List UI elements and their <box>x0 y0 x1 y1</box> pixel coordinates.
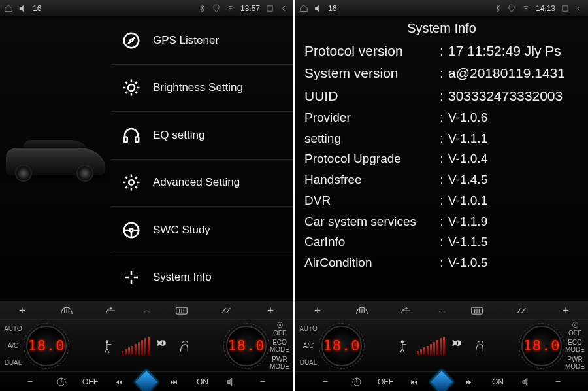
info-key: Protocol Upgrade <box>304 151 435 167</box>
info-value: V-1.1.5 <box>448 234 579 250</box>
temp-up-left[interactable]: ＋ <box>305 303 330 318</box>
temp-dial-left[interactable]: 18.0 <box>321 326 362 366</box>
bluetooth-icon <box>197 4 206 13</box>
info-row: Protocol version:17 11:52:49 Jly Ps <box>304 40 579 62</box>
vent-person-icon[interactable] <box>395 337 413 355</box>
home-icon[interactable] <box>4 4 13 13</box>
volume-icon[interactable] <box>18 4 27 13</box>
system-info-list[interactable]: Protocol version:17 11:52:49 Jly PsSyste… <box>295 39 588 301</box>
bluetooth-icon <box>493 4 502 13</box>
airflow-icon[interactable] <box>509 303 534 318</box>
menu-label: SWC Study <box>153 224 210 237</box>
temp-up-left[interactable]: ＋ <box>10 303 35 318</box>
info-colon: : <box>435 110 448 126</box>
info-key: CarInfo <box>304 234 435 250</box>
svg-point-1 <box>124 33 139 48</box>
home-icon[interactable] <box>299 4 308 13</box>
info-colon: : <box>435 234 448 250</box>
next-track-icon[interactable]: ⏭ <box>164 375 184 389</box>
temp-dial-left[interactable]: 18.0 <box>26 326 67 366</box>
info-value: V-1.4.5 <box>448 172 579 188</box>
defrost-rear-icon[interactable] <box>465 303 489 318</box>
status-bar: 16 13:57 <box>0 0 293 17</box>
temp-value-right: 18.0 <box>523 337 561 354</box>
back-icon[interactable] <box>280 4 289 13</box>
info-colon: : <box>435 131 448 146</box>
menu-advanced[interactable]: Advanced Setting <box>111 160 293 207</box>
brightness-icon <box>120 76 142 99</box>
location-icon <box>507 4 516 13</box>
menu-label: System Info <box>153 271 212 284</box>
vent-seat-icon[interactable] <box>176 337 194 355</box>
mute-icon[interactable] <box>517 375 536 389</box>
svg-rect-0 <box>267 5 272 10</box>
fan-icon[interactable] <box>449 337 467 355</box>
info-row: AirCondition:V-1.0.5 <box>304 252 579 273</box>
info-key: Handsfree <box>304 172 435 188</box>
next-track-icon[interactable]: ⏭ <box>459 375 479 389</box>
right-mode-labels: ⒶOFF ECOMODE PWRMODE <box>267 320 293 371</box>
vent-person-icon[interactable] <box>99 337 118 355</box>
off-label: OFF <box>376 375 395 389</box>
info-key: setting <box>304 131 435 146</box>
info-key: System version <box>304 65 435 82</box>
expand-icon[interactable]: ︿ <box>438 305 445 316</box>
car-illustration <box>0 17 111 301</box>
info-key: Provider <box>304 110 435 126</box>
menu-brightness[interactable]: Brightness Setting <box>111 65 293 112</box>
defrost-front-icon[interactable] <box>350 303 374 318</box>
volume-level: 16 <box>328 4 336 13</box>
temp-up-right[interactable]: ＋ <box>553 303 578 318</box>
nav-icon[interactable] <box>430 369 454 391</box>
nav-icon[interactable] <box>135 369 159 391</box>
prev-track-icon[interactable]: ⏮ <box>404 375 424 389</box>
info-value: V-1.1.1 <box>448 131 579 146</box>
info-value: a@20180119.1431 <box>448 65 579 82</box>
menu-label: Brightness Setting <box>153 81 243 94</box>
menu-gps-listener[interactable]: GPS Listener <box>111 17 293 65</box>
clock: 13:57 <box>240 4 260 13</box>
defrost-front-icon[interactable] <box>54 303 79 318</box>
recirculate-icon[interactable] <box>394 303 419 318</box>
temp-up-right[interactable]: ＋ <box>258 303 283 318</box>
info-value: 17 11:52:49 Jly Ps <box>448 42 579 60</box>
temp-down-left[interactable]: － <box>18 375 42 389</box>
menu-label: Advanced Setting <box>153 176 240 189</box>
temp-down-right[interactable]: － <box>546 375 570 389</box>
power-button[interactable] <box>347 375 367 389</box>
climate-bar: ＋ ︿ ＋ AUTO A/C DUAL 18.0 18.0 <box>0 301 293 391</box>
fan-icon[interactable] <box>154 337 172 355</box>
mute-icon[interactable] <box>221 375 241 389</box>
info-value: V-1.0.1 <box>448 193 579 209</box>
expand-icon[interactable]: ︿ <box>143 305 150 316</box>
menu-eq[interactable]: EQ setting <box>111 112 293 160</box>
vent-seat-icon[interactable] <box>471 337 489 355</box>
temp-down-right[interactable]: － <box>250 375 275 389</box>
info-value: V-1.0.6 <box>448 110 579 126</box>
defrost-rear-icon[interactable] <box>169 303 194 318</box>
power-button[interactable] <box>52 375 71 389</box>
back-icon[interactable] <box>575 4 584 13</box>
info-colon: : <box>435 42 448 60</box>
wifi-icon <box>521 4 531 13</box>
fan-level-bars[interactable] <box>417 337 445 355</box>
airflow-icon[interactable] <box>214 303 238 318</box>
temp-dial-right[interactable]: 18.0 <box>226 326 267 366</box>
menu-swc[interactable]: SWC Study <box>111 207 293 254</box>
recirculate-icon[interactable] <box>99 303 123 318</box>
menu-system-info[interactable]: System Info <box>111 254 293 301</box>
temp-dial-right[interactable]: 18.0 <box>521 326 562 366</box>
fan-level-bars[interactable] <box>122 337 150 355</box>
on-label: ON <box>193 375 212 389</box>
volume-icon[interactable] <box>314 4 323 13</box>
info-row: CarInfo:V-1.1.5 <box>304 231 579 252</box>
temp-down-left[interactable]: － <box>313 375 338 389</box>
prev-track-icon[interactable]: ⏮ <box>109 375 129 389</box>
svg-rect-4 <box>135 137 139 142</box>
system-info-panel: 16 14:13 System Info Protocol version:17… <box>295 0 588 391</box>
on-label: ON <box>488 375 508 389</box>
recents-icon[interactable] <box>561 4 570 13</box>
info-colon: : <box>435 255 448 271</box>
info-value: 303332473332003 <box>448 88 579 105</box>
recents-icon[interactable] <box>265 4 274 13</box>
